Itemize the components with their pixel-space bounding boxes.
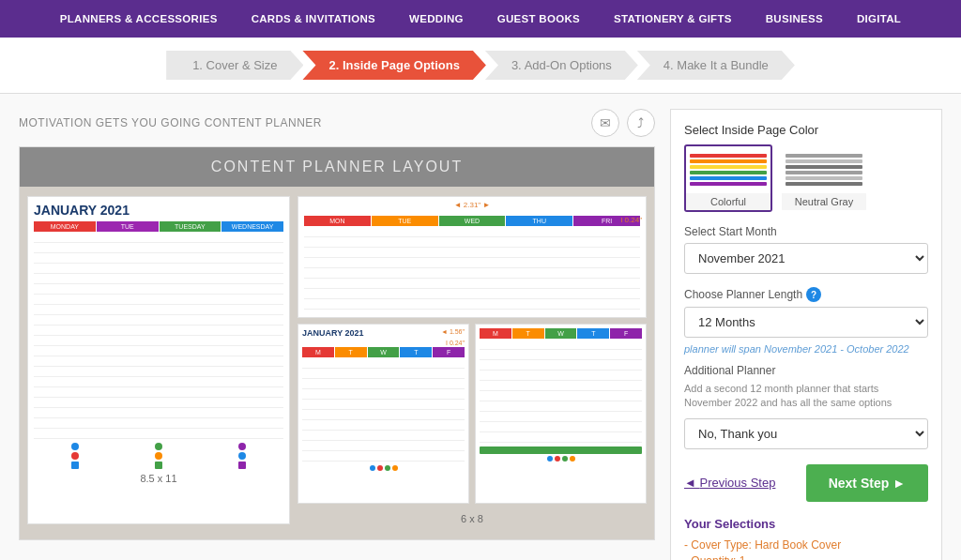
cal-row-10 (34, 326, 283, 336)
top-right-content: MON TUE WED THU FRI (304, 216, 640, 310)
planner-length-select[interactable]: 12 Months 6 Months 18 Months (684, 307, 928, 338)
step-4-label: 4. Make It a Bundle (637, 51, 795, 80)
selection-item-2: Quantity: 1 (684, 554, 928, 560)
cal-row-20 (34, 430, 283, 439)
green-footer-bar (480, 446, 642, 454)
scr-8 (302, 431, 465, 441)
scr2-6 (480, 392, 642, 401)
step-4[interactable]: 4. Make It a Bundle (637, 51, 795, 80)
col-monday: MONDAY (34, 221, 96, 232)
cal-row-12 (34, 347, 283, 356)
sc4: T (400, 347, 432, 357)
large-cal-title: JANUARY 2021 (34, 203, 283, 218)
left-panel: MOTIVATION GETS YOU GOING CONTENT PLANNE… (19, 109, 655, 560)
col-tue: TUE (97, 221, 159, 232)
colorful-line-2 (690, 159, 767, 163)
cal-row-3 (34, 254, 283, 264)
scr-6 (302, 411, 465, 420)
scr2-1 (480, 341, 642, 350)
right-calendars: ◄ 2.31" ► I 0.24" MON TUE WED THU FRI (297, 196, 647, 524)
cal-row-14 (34, 368, 283, 377)
tr-row-2 (304, 238, 640, 248)
steps-bar: 1. Cover & Size 2. Inside Page Options 3… (0, 38, 961, 94)
share-icon[interactable]: ⤴ (627, 109, 655, 137)
swatch-neutral[interactable]: Neutral Gray (780, 144, 868, 212)
right-panel: Select Inside Page Color Co (670, 109, 942, 560)
sc2-1: M (480, 328, 511, 339)
tr-col-3: WED (439, 216, 506, 226)
tr-row-5 (304, 269, 640, 279)
bottom-right-calendars: JANUARY 2021 ◄ 1.56" I 0.24" M T W T F (297, 324, 647, 504)
measure-height: I 0.24" (620, 216, 642, 224)
cal-row-9 (34, 316, 283, 325)
additional-planner-group: Additional Planner Add a second 12 month… (684, 364, 928, 449)
next-step-button[interactable]: Next Step (806, 464, 928, 502)
step-2[interactable]: 2. Inside Page Options (302, 51, 485, 80)
colorful-lines (690, 154, 767, 186)
small-cal-rows-2 (480, 341, 642, 443)
step-2-label: 2. Inside Page Options (302, 51, 485, 80)
swatch-colorful[interactable]: Colorful (684, 144, 772, 212)
additional-planner-select[interactable]: No, Thank you Yes, Add It (684, 418, 928, 449)
neutral-line-3 (786, 165, 862, 169)
small-bottom-icons-2 (480, 456, 642, 462)
cal-row-17 (34, 399, 283, 408)
email-icon[interactable]: ✉ (591, 109, 619, 137)
nav-business[interactable]: BUSINESS (749, 0, 840, 38)
step-1[interactable]: 1. Cover & Size (166, 51, 303, 80)
step-3[interactable]: 3. Add-On Options (485, 51, 638, 80)
tr-row-1 (304, 228, 640, 237)
start-month-label: Select Start Month (684, 225, 928, 238)
size-label-left: 8.5 x 11 (34, 473, 283, 484)
cal-row-8 (34, 306, 283, 315)
sc2-2: T (512, 328, 544, 339)
neutral-lines (786, 154, 862, 186)
scr-1 (302, 359, 465, 369)
measure-small-h: I 0.24" (446, 340, 465, 346)
colorful-line-1 (690, 154, 767, 158)
scr-9 (302, 442, 465, 451)
nav-stationery[interactable]: STATIONERY & GIFTS (597, 0, 749, 38)
large-calendar: JANUARY 2021 MONDAY TUE TUESDAY WEDNESDA… (27, 196, 290, 524)
scr2-3 (480, 361, 642, 371)
nav-digital[interactable]: DIGITAL (840, 0, 918, 38)
tr-row-7 (304, 290, 640, 299)
cal-row-5 (34, 275, 283, 284)
col-tuesday: TUESDAY (160, 221, 221, 232)
neutral-swatch-preview (782, 146, 866, 193)
cal-row-18 (34, 409, 283, 418)
selection-item-1: Cover Type: Hard Book Cover (684, 538, 928, 552)
size-label-right: 6 x 8 (297, 513, 647, 524)
preview-header: CONTENT PLANNER LAYOUT (20, 147, 654, 187)
colorful-line-4 (690, 171, 767, 174)
planner-length-group: Choose Planner Length ? 12 Months 6 Mont… (684, 287, 928, 338)
prev-step-link[interactable]: Previous Step (684, 476, 775, 490)
nav-wedding[interactable]: WEDDING (392, 0, 480, 38)
nav-cards[interactable]: CARDS & INVITATIONS (235, 0, 392, 38)
tr-row-6 (304, 280, 640, 289)
tr-col-headers: MON TUE WED THU FRI (304, 216, 640, 226)
colorful-line-6 (690, 182, 767, 186)
colorful-label: Colorful (686, 193, 770, 210)
colorful-line-3 (690, 165, 767, 169)
small-col-headers: M T W T F (302, 347, 465, 357)
cal-row-11 (34, 337, 283, 346)
bottom-left-small: JANUARY 2021 ◄ 1.56" I 0.24" M T W T F (297, 324, 469, 504)
bottom-icons (34, 443, 283, 469)
color-selection-group: Select Inside Page Color Co (684, 123, 928, 212)
start-month-select[interactable]: November 2021 December 2021 January 2022 (684, 243, 928, 274)
nav-planners[interactable]: PLANNERS & ACCESSORIES (43, 0, 235, 38)
col-wednesday: WEDNESDAY (221, 221, 283, 232)
scr2-9 (480, 423, 642, 432)
tr-row-4 (304, 259, 640, 268)
tr-row-8 (304, 300, 640, 310)
additional-planner-label: Additional Planner (684, 364, 928, 377)
small-cal-rows (302, 359, 465, 462)
sc5: F (433, 347, 465, 357)
nav-guest-books[interactable]: GUEST BOOKS (480, 0, 597, 38)
color-swatches: Colorful Neutral Gray (684, 144, 928, 212)
preview-container: CONTENT PLANNER LAYOUT JANUARY 2021 MOND… (19, 146, 655, 540)
cal-row-16 (34, 388, 283, 398)
colorful-line-5 (690, 176, 767, 180)
help-icon[interactable]: ? (806, 287, 821, 302)
